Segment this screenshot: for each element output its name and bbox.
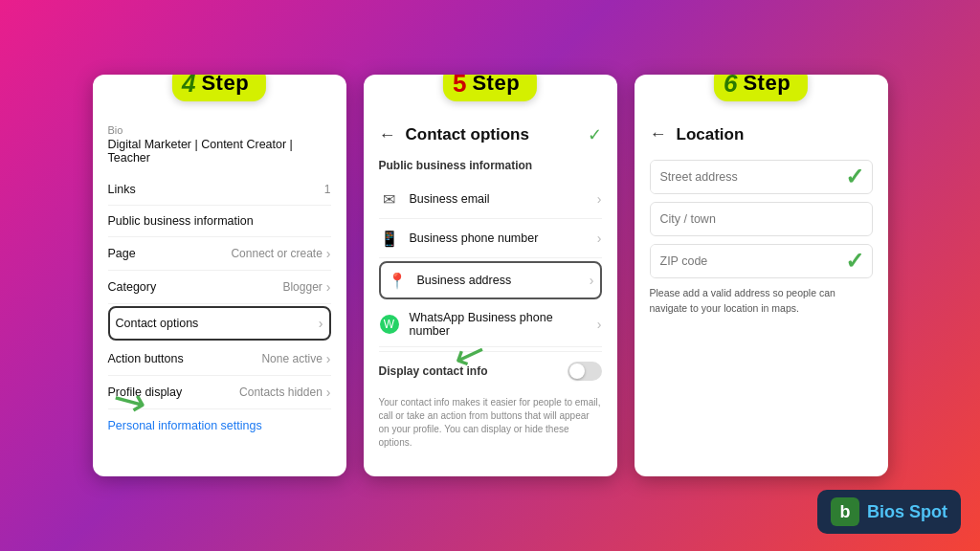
- bio-label: Bio: [108, 124, 331, 136]
- email-icon: ✉: [379, 188, 400, 209]
- back-arrow-5[interactable]: ←: [379, 125, 396, 145]
- category-row[interactable]: Category Blogger ›: [108, 271, 331, 304]
- links-count: 1: [324, 183, 331, 196]
- step-4-badge: 4 Step: [172, 75, 266, 101]
- street-checkmark: ✓: [837, 164, 872, 190]
- display-contact-row: Display contact info: [379, 351, 602, 390]
- page-row[interactable]: Page Connect or create ›: [108, 237, 331, 271]
- business-phone-item[interactable]: 📱 Business phone number ›: [379, 219, 602, 258]
- business-email-item[interactable]: ✉ Business email ›: [379, 180, 602, 219]
- email-chevron: ›: [597, 191, 602, 207]
- step-4-number: 4: [182, 75, 195, 96]
- business-address-item[interactable]: 📍 Business address ›: [379, 261, 602, 299]
- business-email-text: Business email: [410, 192, 588, 206]
- contact-options-title: Contact options: [406, 125, 529, 144]
- page-label: Page: [108, 247, 136, 260]
- logo-badge: b Bios Spot: [817, 490, 961, 534]
- location-title: Location: [677, 125, 745, 144]
- main-container: 4 Step Bio Digital Marketer | Content Cr…: [74, 55, 907, 496]
- logo-text: Bios Spot: [867, 502, 947, 522]
- step-4-label: Step: [201, 75, 249, 96]
- whatsapp-chevron: ›: [597, 317, 602, 332]
- step-5-number: 5: [453, 75, 466, 96]
- category-label: Category: [108, 280, 157, 294]
- contact-section: ← Contact options ✓ Public business info…: [364, 75, 617, 465]
- contact-options-row[interactable]: Contact options ›: [108, 306, 331, 341]
- step-6-badge: 6 Step: [714, 75, 808, 101]
- links-row[interactable]: Links 1: [108, 174, 331, 206]
- step-5-card: 5 Step ← Contact options ✓ Public busine…: [364, 75, 617, 476]
- address-chevron: ›: [590, 273, 594, 288]
- profile-display-value: Contacts hidden: [239, 386, 323, 399]
- action-buttons-row[interactable]: Action buttons None active ›: [108, 342, 331, 376]
- zip-code-row: ✓: [650, 244, 873, 278]
- location-header: ← Location: [650, 124, 873, 144]
- business-phone-text: Business phone number: [410, 231, 588, 245]
- display-toggle[interactable]: [568, 362, 602, 381]
- phone-icon: 📱: [379, 228, 400, 249]
- step-5-label: Step: [472, 75, 520, 96]
- street-address-row: ✓: [650, 160, 873, 194]
- phone-chevron: ›: [597, 231, 602, 246]
- public-info-row: Public business information: [108, 206, 331, 237]
- business-address-text: Business address: [417, 274, 580, 287]
- profile-section: Bio Digital Marketer | Content Creator |…: [93, 75, 346, 448]
- city-input[interactable]: [650, 202, 873, 236]
- category-value: Blogger: [282, 280, 322, 294]
- step-6-label: Step: [743, 75, 791, 96]
- location-section: ← Location ✓ ✓ Please add a valid addres…: [635, 75, 888, 332]
- page-value: Connect or create: [231, 247, 322, 260]
- logo-spot: Spot: [909, 502, 947, 521]
- zip-code-input[interactable]: [651, 245, 837, 277]
- public-info-label: Public business information: [108, 214, 254, 228]
- contact-options-label: Contact options: [116, 317, 199, 330]
- step-5-badge: 5 Step: [443, 75, 537, 101]
- action-buttons-label: Action buttons: [108, 352, 184, 365]
- back-arrow-6[interactable]: ←: [650, 124, 667, 144]
- step-6-card: 6 Step ← Location ✓ ✓ Please add a valid…: [635, 75, 888, 476]
- links-label: Links: [108, 183, 136, 196]
- step-4-card: 4 Step Bio Digital Marketer | Content Cr…: [93, 75, 346, 476]
- zip-checkmark: ✓: [837, 248, 872, 275]
- public-business-label: Public business information: [379, 159, 602, 172]
- contact-info-description: Your contact info makes it easier for pe…: [379, 396, 602, 450]
- whatsapp-text: WhatsApp Business phone number: [410, 311, 588, 338]
- location-icon: 📍: [387, 270, 408, 291]
- location-note: Please add a valid address so people can…: [650, 286, 873, 317]
- bio-text: Digital Marketer | Content Creator | Tea…: [108, 138, 331, 165]
- personal-info-link[interactable]: Personal information settings: [108, 419, 331, 432]
- step-6-number: 6: [724, 75, 737, 96]
- whatsapp-icon: W: [379, 314, 400, 335]
- logo-bios: Bios: [867, 502, 904, 521]
- street-address-input[interactable]: [651, 161, 837, 193]
- logo-icon: b: [831, 497, 859, 526]
- category-chevron: ›: [326, 279, 331, 295]
- contact-header: ← Contact options ✓: [379, 124, 602, 145]
- save-checkmark[interactable]: ✓: [588, 124, 602, 145]
- page-chevron: ›: [326, 246, 331, 261]
- action-buttons-value: None active: [261, 352, 322, 365]
- contact-options-chevron: ›: [319, 316, 323, 331]
